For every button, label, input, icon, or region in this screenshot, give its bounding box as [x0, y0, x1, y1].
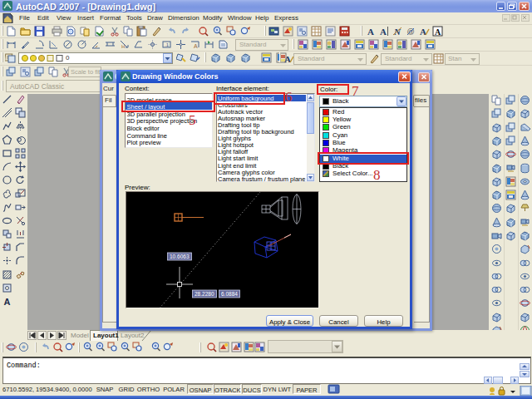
- svg-text:A: A: [194, 43, 198, 49]
- svg-text:A: A: [367, 27, 374, 37]
- svg-text:A: A: [380, 27, 387, 37]
- svg-text:6.0884: 6.0884: [221, 291, 238, 297]
- svg-text:H: H: [121, 44, 125, 49]
- svg-text:A: A: [4, 297, 11, 307]
- svg-text:A: A: [284, 54, 291, 64]
- svg-text:10.6063: 10.6063: [170, 254, 190, 259]
- svg-text:A: A: [420, 27, 426, 37]
- svg-text:28.2280: 28.2280: [195, 291, 214, 297]
- svg-text:A: A: [435, 27, 441, 37]
- svg-text:.1: .1: [165, 42, 170, 47]
